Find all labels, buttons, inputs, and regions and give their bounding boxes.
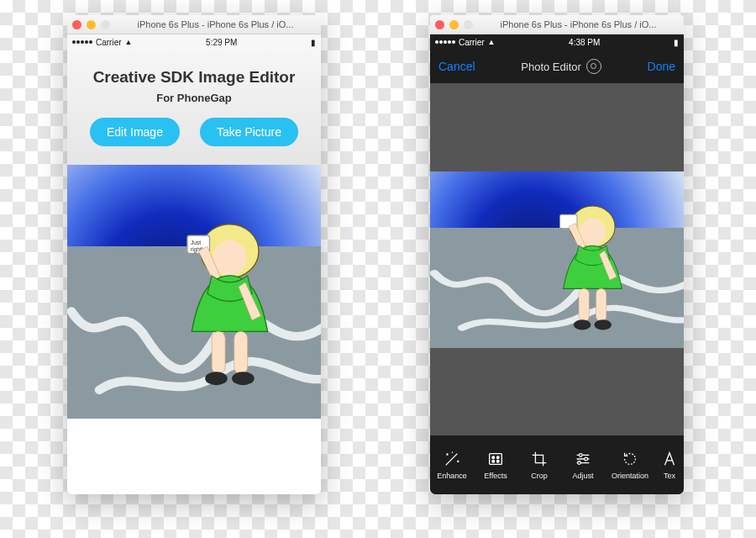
- traffic-lights: [435, 20, 473, 29]
- user-icon[interactable]: [586, 59, 601, 74]
- maximize-icon[interactable]: [464, 20, 473, 29]
- wifi-icon: ▲: [488, 38, 496, 46]
- tool-enhance[interactable]: Enhance: [430, 450, 474, 480]
- signal-icon: [435, 40, 455, 44]
- svg-rect-12: [579, 289, 589, 322]
- svg-point-22: [585, 457, 588, 461]
- svg-rect-13: [596, 289, 606, 322]
- ios-status-bar: Carrier ▲ 5:29 PM ▮: [67, 34, 321, 50]
- tool-label: Effects: [484, 472, 507, 480]
- text-icon: [660, 450, 679, 468]
- tool-label: Crop: [531, 472, 548, 480]
- svg-point-19: [492, 460, 495, 462]
- svg-point-8: [232, 372, 255, 386]
- clock: 4:38 PM: [569, 38, 600, 47]
- page-title: Creative SDK Image Editor: [76, 68, 312, 87]
- svg-point-20: [496, 460, 499, 462]
- tool-label: Orientation: [612, 472, 648, 480]
- tool-label: Tex: [664, 472, 675, 480]
- tool-crop[interactable]: Crop: [517, 450, 561, 480]
- tool-text[interactable]: Tex: [655, 450, 684, 480]
- close-icon[interactable]: [435, 20, 444, 29]
- page-subtitle: For PhoneGap: [76, 92, 312, 104]
- svg-rect-5: [212, 332, 225, 374]
- svg-point-15: [594, 320, 611, 330]
- svg-point-10: [580, 219, 606, 246]
- done-button[interactable]: Done: [648, 60, 675, 73]
- tool-effects[interactable]: Effects: [474, 450, 517, 480]
- simulator-left: iPhone 6s Plus - iPhone 6s Plus / iO... …: [67, 15, 321, 494]
- close-icon[interactable]: [72, 20, 81, 29]
- canvas-image: [430, 171, 684, 348]
- app-home: Creative SDK Image Editor For PhoneGap E…: [67, 50, 321, 494]
- maximize-icon[interactable]: [101, 20, 110, 29]
- tool-orientation[interactable]: Orientation: [605, 450, 655, 480]
- take-picture-button[interactable]: Take Picture: [200, 118, 298, 146]
- effects-icon: [486, 450, 505, 468]
- tool-label: Enhance: [437, 472, 467, 480]
- svg-rect-16: [490, 454, 502, 465]
- svg-point-14: [574, 320, 591, 330]
- minimize-icon[interactable]: [87, 20, 96, 29]
- svg-text:Just: Just: [191, 240, 201, 245]
- svg-point-21: [579, 454, 582, 457]
- clock: 5:29 PM: [206, 38, 237, 47]
- editor-title: Photo Editor: [521, 61, 581, 73]
- photo-editor: Cancel Photo Editor Done: [430, 50, 684, 494]
- tool-adjust[interactable]: Adjust: [561, 450, 605, 480]
- wand-icon: [443, 450, 461, 468]
- svg-point-17: [492, 456, 495, 459]
- preview-image: Just right!: [67, 165, 321, 419]
- sliders-icon: [574, 450, 592, 468]
- carrier-label: Carrier: [96, 38, 122, 47]
- editor-toolbar: Enhance Effects Crop Adjust Orientation …: [430, 435, 684, 494]
- cancel-button[interactable]: Cancel: [438, 60, 475, 73]
- window-title: iPhone 6s Plus - iPhone 6s Plus / iO...: [478, 19, 679, 29]
- carrier-label: Carrier: [459, 38, 485, 47]
- editor-navbar: Cancel Photo Editor Done: [430, 50, 684, 83]
- rotate-icon: [621, 450, 639, 468]
- battery-icon: ▮: [311, 38, 316, 47]
- battery-icon: ▮: [674, 38, 679, 47]
- ios-status-bar: Carrier ▲ 4:38 PM ▮: [430, 34, 684, 50]
- mac-titlebar: iPhone 6s Plus - iPhone 6s Plus / iO...: [430, 15, 684, 34]
- mac-titlebar: iPhone 6s Plus - iPhone 6s Plus / iO...: [67, 15, 321, 34]
- edit-image-button[interactable]: Edit Image: [90, 118, 180, 146]
- minimize-icon[interactable]: [449, 20, 459, 29]
- signal-icon: [72, 40, 92, 44]
- simulator-right: iPhone 6s Plus - iPhone 6s Plus / iO... …: [430, 15, 684, 494]
- svg-rect-6: [234, 332, 248, 374]
- editor-canvas[interactable]: [430, 83, 684, 435]
- wifi-icon: ▲: [125, 38, 133, 46]
- svg-point-7: [205, 372, 228, 386]
- crop-icon: [530, 450, 549, 468]
- svg-point-18: [496, 456, 499, 459]
- window-title: iPhone 6s Plus - iPhone 6s Plus / iO...: [115, 19, 316, 29]
- svg-point-23: [578, 462, 581, 465]
- svg-point-1: [213, 240, 246, 277]
- tool-label: Adjust: [572, 472, 593, 480]
- traffic-lights: [72, 20, 110, 29]
